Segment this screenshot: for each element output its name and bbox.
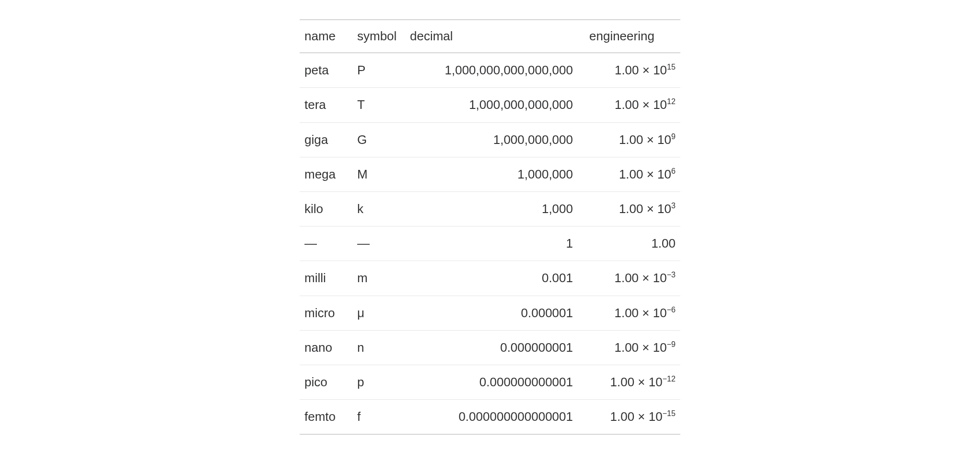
cell-decimal: 1,000,000,000 [405,122,578,157]
cell-engineering: 1.00 × 106 [578,157,680,191]
eng-exponent: −6 [667,305,676,314]
eng-base: 1.00 [651,236,676,250]
cell-symbol: p [352,365,405,399]
header-symbol: symbol [352,20,405,53]
cell-decimal: 0.000001 [405,296,578,330]
cell-engineering: 1.00 × 10−15 [578,400,680,435]
cell-decimal: 0.000000000000001 [405,400,578,435]
cell-symbol: G [352,122,405,157]
table-row: teraT1,000,000,000,0001.00 × 1012 [300,88,680,122]
cell-engineering: 1.00 [578,226,680,261]
cell-engineering: 1.00 × 10−9 [578,330,680,365]
cell-name: giga [300,122,352,157]
cell-decimal: 1,000 [405,191,578,226]
table-row: microμ0.0000011.00 × 10−6 [300,296,680,330]
cell-engineering: 1.00 × 10−12 [578,365,680,399]
cell-symbol: k [352,191,405,226]
table-row: megaM1,000,0001.00 × 106 [300,157,680,191]
cell-symbol: n [352,330,405,365]
eng-exponent: 3 [671,201,676,210]
eng-exponent: −12 [663,374,676,383]
cell-decimal: 0.001 [405,261,578,296]
cell-name: nano [300,330,352,365]
eng-exponent: −15 [663,409,676,417]
eng-base: 1.00 × 10 [614,306,666,320]
eng-base: 1.00 × 10 [614,340,666,355]
cell-name: micro [300,296,352,330]
cell-name: kilo [300,191,352,226]
header-name: name [300,20,352,53]
eng-exponent: 6 [671,167,676,175]
table-body: petaP1,000,000,000,000,0001.00 × 1015ter… [300,53,680,434]
eng-base: 1.00 × 10 [610,409,663,424]
eng-exponent: −3 [667,271,676,279]
table-header-row: name symbol decimal engineering [300,20,680,53]
eng-base: 1.00 × 10 [615,97,667,112]
cell-symbol: m [352,261,405,296]
cell-decimal: 0.000000000001 [405,365,578,399]
cell-symbol: μ [352,296,405,330]
table-row: gigaG1,000,000,0001.00 × 109 [300,122,680,157]
cell-engineering: 1.00 × 10−6 [578,296,680,330]
cell-name: pico [300,365,352,399]
cell-name: milli [300,261,352,296]
cell-name: mega [300,157,352,191]
cell-decimal: 1,000,000,000,000 [405,88,578,122]
cell-symbol: T [352,88,405,122]
cell-name: — [300,226,352,261]
header-engineering: engineering [578,20,680,53]
eng-base: 1.00 × 10 [614,271,666,285]
cell-decimal: 1 [405,226,578,261]
eng-base: 1.00 × 10 [615,63,667,77]
table-row: ——11.00 [300,226,680,261]
cell-symbol: — [352,226,405,261]
cell-decimal: 1,000,000 [405,157,578,191]
cell-name: tera [300,88,352,122]
cell-symbol: P [352,53,405,88]
table-row: femtof0.0000000000000011.00 × 10−15 [300,400,680,435]
cell-symbol: f [352,400,405,435]
eng-base: 1.00 × 10 [610,375,663,389]
header-decimal: decimal [405,20,578,53]
cell-engineering: 1.00 × 103 [578,191,680,226]
cell-decimal: 1,000,000,000,000,000 [405,53,578,88]
table-row: nanon0.0000000011.00 × 10−9 [300,330,680,365]
cell-name: peta [300,53,352,88]
cell-engineering: 1.00 × 1015 [578,53,680,88]
table-row: picop0.0000000000011.00 × 10−12 [300,365,680,399]
cell-engineering: 1.00 × 109 [578,122,680,157]
cell-engineering: 1.00 × 10−3 [578,261,680,296]
cell-symbol: M [352,157,405,191]
cell-name: femto [300,400,352,435]
eng-base: 1.00 × 10 [619,202,671,216]
eng-base: 1.00 × 10 [619,132,671,147]
cell-engineering: 1.00 × 1012 [578,88,680,122]
eng-exponent: 15 [667,63,676,72]
si-prefix-table: name symbol decimal engineering petaP1,0… [300,19,680,435]
eng-exponent: 12 [667,97,676,106]
eng-base: 1.00 × 10 [619,167,671,181]
table-row: kilok1,0001.00 × 103 [300,191,680,226]
cell-decimal: 0.000000001 [405,330,578,365]
table-row: petaP1,000,000,000,000,0001.00 × 1015 [300,53,680,88]
table-row: millim0.0011.00 × 10−3 [300,261,680,296]
eng-exponent: −9 [667,340,676,348]
eng-exponent: 9 [671,132,676,141]
